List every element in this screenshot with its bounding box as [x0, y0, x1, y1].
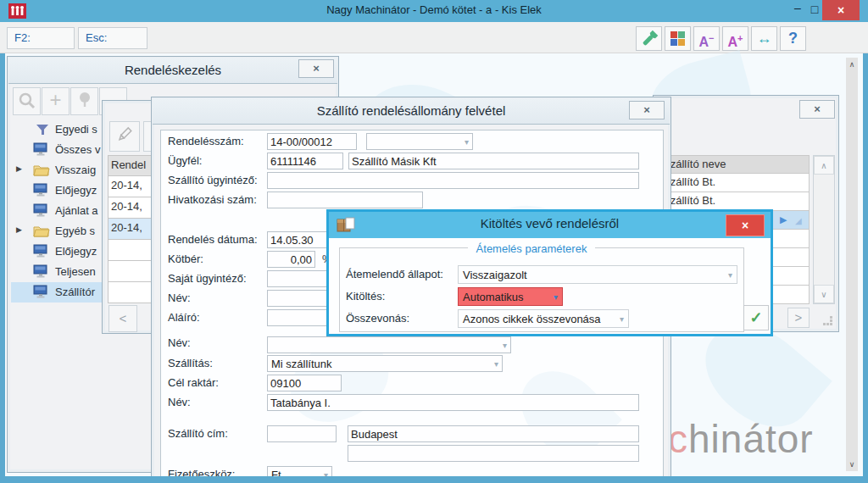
- machinator-watermark: chinátor: [668, 416, 814, 462]
- fill-dialog-titlebar: Kitöltés vevő rendelésről ×: [329, 212, 771, 238]
- grid-row-empty[interactable]: [108, 282, 154, 303]
- resize-button[interactable]: ↔: [751, 26, 777, 51]
- kitoltes-combo[interactable]: Automatikus▾: [458, 287, 563, 306]
- supplier-column-header[interactable]: Szállító neve: [659, 155, 810, 174]
- dialog-close-button[interactable]: ×: [629, 101, 665, 119]
- allapot-label: Átemelendő állapot:: [346, 268, 443, 280]
- pencil-icon: [115, 131, 134, 146]
- chevron-down-icon: ▾: [465, 137, 469, 147]
- folder-icon: [33, 163, 50, 179]
- panel-close-button[interactable]: ×: [298, 59, 334, 78]
- grid-row[interactable]: 20-14,: [108, 197, 154, 219]
- font-increase-button[interactable]: A+: [722, 26, 748, 51]
- grid-row-empty[interactable]: [108, 240, 154, 261]
- scroll-left-button[interactable]: <: [108, 305, 137, 332]
- window-bottom-border: [0, 476, 868, 483]
- alairo-label: Aláíró:: [168, 311, 200, 324]
- grid-row-empty[interactable]: [108, 261, 154, 282]
- supplier-list-scrollbar[interactable]: ∧ ∨: [813, 155, 835, 304]
- ugyfel-nev-input[interactable]: [348, 153, 639, 169]
- panel-tree-button[interactable]: [70, 87, 98, 115]
- cim-irsz-input[interactable]: [267, 425, 337, 442]
- cim-utca-input[interactable]: [348, 445, 639, 462]
- monitor-icon: [33, 203, 49, 220]
- scroll-up-icon[interactable]: ∧: [846, 58, 858, 71]
- minimize-button[interactable]: –: [790, 1, 805, 14]
- f2-key-label: F2:: [14, 31, 31, 44]
- ugyfel-label: Ügyfél:: [168, 154, 202, 167]
- settings-button[interactable]: [636, 26, 662, 51]
- dialog-header: Szállító rendelésállomány felvétel ×: [153, 98, 670, 125]
- chevron-down-icon: ▾: [503, 341, 507, 350]
- osszevonas-combo[interactable]: Azonos cikkek összevonása▾: [458, 309, 629, 328]
- fill-order-dialog: Kitöltés vevő rendelésről × Átemelés par…: [326, 209, 773, 336]
- search-icon: [18, 98, 36, 113]
- grid-row-selected[interactable]: 20-14,: [108, 219, 154, 240]
- szallito-ugyintezo-input[interactable]: [267, 172, 639, 189]
- wrench-icon: [640, 36, 659, 51]
- search-f2-button[interactable]: F2: Keresés: [7, 27, 75, 49]
- osszevonas-label: Összevonás:: [346, 312, 409, 325]
- application-window: Nagy Machinátor - Demó kötet - a - Kis E…: [0, 0, 868, 483]
- nev3-input[interactable]: [267, 394, 639, 411]
- check-icon: ✓: [749, 309, 762, 326]
- maximize-button[interactable]: □: [807, 3, 822, 16]
- scroll-up-icon[interactable]: ∧: [814, 156, 834, 175]
- help-button[interactable]: ?: [780, 26, 806, 51]
- title-bar: Nagy Machinátor - Demó kötet - a - Kis E…: [0, 0, 868, 22]
- supplier-row[interactable]: Szállító Bt.: [659, 192, 810, 211]
- grid-column-header[interactable]: Rendel: [108, 155, 154, 176]
- cel-raktar-input[interactable]: [267, 375, 342, 391]
- szallito-cim-label: Szállító cím:: [168, 427, 228, 440]
- szallitas-label: Szállítás:: [168, 357, 213, 369]
- expander-icon[interactable]: ▶: [16, 225, 22, 234]
- expander-icon[interactable]: ▶: [16, 164, 22, 173]
- allapot-combo[interactable]: Visszaigazolt▾: [458, 265, 737, 284]
- nev3-label: Név:: [168, 396, 191, 408]
- help-icon: ?: [788, 30, 798, 47]
- double-arrow-icon: ↔: [757, 30, 772, 47]
- cim-varos-input[interactable]: [348, 425, 639, 442]
- scroll-right-button[interactable]: >: [787, 308, 810, 328]
- panel-add-button[interactable]: +: [42, 87, 70, 115]
- grid-row[interactable]: 20-14,: [108, 176, 154, 197]
- side-panel-close-button[interactable]: ×: [799, 100, 835, 119]
- ugyfel-kod-input[interactable]: [267, 153, 343, 169]
- nev2-label: Név:: [168, 336, 191, 349]
- exit-esc-button[interactable]: Esc: Kilépés: [78, 27, 147, 49]
- font-decrease-button[interactable]: A−: [693, 26, 720, 51]
- monitor-icon: [33, 142, 49, 159]
- main-vertical-scrollbar[interactable]: ∧ ∨: [846, 58, 858, 471]
- modules-button[interactable]: [665, 26, 691, 51]
- dialog-title: Szállító rendelésállomány felvétel: [153, 103, 670, 118]
- datum-label: Rendelés dátuma:: [168, 233, 258, 246]
- chevron-down-icon: ▾: [728, 270, 732, 280]
- resize-grip[interactable]: [823, 316, 833, 326]
- supplier-row[interactable]: Szállító Bt.: [659, 174, 810, 192]
- confirm-button[interactable]: ✓: [743, 305, 769, 330]
- rendelesszam-input[interactable]: [267, 133, 357, 150]
- esc-key-label: Esc:: [86, 31, 107, 44]
- rendelesszam-label: Rendelésszám:: [168, 135, 244, 147]
- tree-icon: [75, 97, 94, 112]
- hivatkozasi-input[interactable]: [267, 192, 423, 208]
- corner-icon: ◢: [795, 216, 802, 225]
- kitoltes-label: Kitöltés:: [346, 290, 385, 303]
- plus-icon: +: [49, 88, 61, 111]
- monitor-icon: [33, 244, 49, 261]
- close-button[interactable]: ×: [822, 0, 860, 20]
- scroll-down-icon[interactable]: ∨: [846, 458, 858, 471]
- filter-icon-stem: [42, 130, 44, 135]
- panel-search-button[interactable]: [13, 87, 41, 115]
- edit-button[interactable]: [109, 121, 140, 152]
- fill-dialog-title: Kitöltés vevő rendelésről: [329, 216, 771, 230]
- szallitas-combo[interactable]: Mi szállítunk▾: [267, 355, 503, 372]
- font-larger-icon: A+: [728, 35, 743, 49]
- rendelesszam-combo[interactable]: ▾: [366, 133, 473, 150]
- scroll-down-icon[interactable]: ∨: [814, 285, 834, 303]
- fill-dialog-close-button[interactable]: ×: [726, 214, 765, 236]
- nev2-combo[interactable]: ▾: [267, 336, 511, 353]
- hivatkozasi-label: Hivatkozási szám:: [168, 193, 257, 206]
- kotber-input[interactable]: [267, 251, 315, 268]
- panel-title: Rendeléskezelés: [8, 63, 337, 77]
